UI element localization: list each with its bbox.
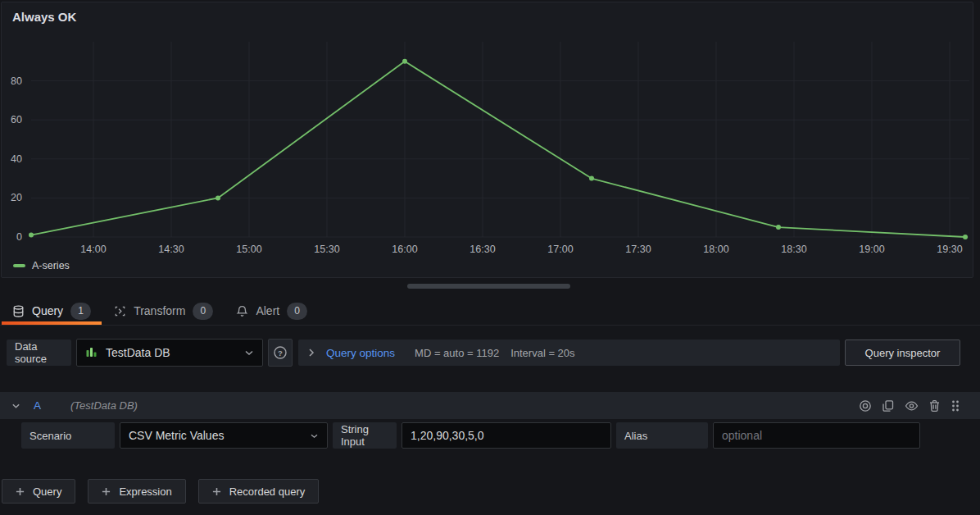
legend-swatch [13, 264, 25, 267]
svg-text:17:30: 17:30 [625, 244, 651, 255]
duplicate-query-icon[interactable] [882, 399, 895, 412]
editor-footer: Query Expression Recorded query [2, 479, 319, 504]
bell-icon [236, 305, 248, 317]
plus-icon [212, 487, 221, 496]
hide-query-eye-icon[interactable] [905, 399, 919, 412]
tab-transform-badge: 0 [193, 303, 213, 320]
transform-icon [114, 305, 126, 317]
svg-text:14:30: 14:30 [158, 244, 184, 255]
testdata-datasource-icon [85, 346, 98, 359]
add-expression-button[interactable]: Expression [88, 479, 185, 504]
editor-tabbar: Query 1 Transform 0 Alert 0 [0, 297, 980, 326]
database-icon [12, 305, 25, 317]
svg-text:40: 40 [11, 153, 22, 165]
collapse-chevron-down-icon[interactable] [11, 403, 20, 409]
add-query-label: Query [33, 485, 61, 498]
query-inspector-button[interactable]: Query inspector [845, 340, 960, 366]
query-options-label: Query options [326, 347, 395, 359]
legend-series-label[interactable]: A-series [32, 260, 70, 271]
query-row-actions [859, 399, 960, 412]
query-datasource-hint: (TestData DB) [70, 399, 138, 412]
drag-handle-icon[interactable] [951, 399, 960, 412]
panel-title[interactable]: Always OK [12, 10, 76, 24]
svg-text:16:00: 16:00 [392, 244, 417, 255]
add-recorded-query-label: Recorded query [229, 485, 306, 498]
timeseries-chart: 02040608014:0014:3015:0015:3016:0016:301… [2, 2, 974, 279]
svg-text:19:30: 19:30 [937, 244, 962, 255]
svg-text:80: 80 [11, 75, 22, 87]
svg-text:15:30: 15:30 [314, 244, 339, 255]
plus-icon [16, 487, 25, 496]
tab-query-label: Query [32, 304, 63, 317]
query-options-toggle[interactable]: Query options MD = auto = 1192 Interval … [298, 340, 840, 366]
scenario-label: Scenario [21, 422, 115, 449]
datasource-picker-value: TestData DB [106, 346, 170, 359]
chevron-right-icon [308, 348, 315, 358]
svg-text:18:30: 18:30 [781, 244, 806, 255]
tab-alert-label: Alert [256, 304, 279, 317]
string-input[interactable] [411, 429, 602, 442]
plus-icon [102, 487, 111, 496]
alias-input[interactable] [722, 429, 911, 442]
panel-resize-handle[interactable] [407, 284, 570, 289]
alias-field [713, 422, 920, 449]
query-editor-row: Scenario CSV Metric Values String Input … [0, 422, 980, 449]
svg-text:16:30: 16:30 [470, 244, 495, 255]
datasource-picker[interactable]: TestData DB [76, 339, 263, 367]
tab-alert-badge: 0 [287, 303, 307, 320]
string-input-field [402, 422, 611, 449]
svg-text:0: 0 [16, 231, 22, 243]
svg-text:15:00: 15:00 [236, 244, 261, 255]
svg-text:19:00: 19:00 [859, 244, 884, 255]
add-recorded-query-button[interactable]: Recorded query [198, 479, 320, 504]
tab-query-badge: 1 [70, 303, 91, 320]
panel-always-ok: 02040608014:0014:3015:0015:3016:0016:301… [1, 2, 973, 278]
chevron-down-icon [244, 349, 254, 356]
tab-transform[interactable]: Transform 0 [102, 297, 225, 325]
scenario-select-value: CSV Metric Values [129, 429, 224, 442]
svg-text:60: 60 [11, 114, 22, 125]
datasource-help-button[interactable]: ? [268, 339, 293, 367]
query-options-md: MD = auto = 1192 [415, 347, 499, 359]
svg-text:20: 20 [11, 192, 22, 203]
datasource-label: Data source [7, 340, 71, 366]
svg-text:17:00: 17:00 [547, 244, 573, 255]
legend: A-series [13, 260, 70, 271]
datasource-row: Data source TestData DB ? [0, 339, 980, 367]
delete-query-trash-icon[interactable] [928, 399, 941, 412]
string-input-label: String Input [333, 422, 397, 449]
add-query-button[interactable]: Query [2, 479, 75, 504]
alias-label: Alias [616, 422, 708, 449]
tab-alert[interactable]: Alert 0 [225, 297, 319, 325]
tab-transform-label: Transform [134, 304, 185, 317]
question-circle-icon: ? [273, 345, 288, 360]
add-expression-label: Expression [119, 485, 171, 498]
svg-text:18:00: 18:00 [703, 244, 728, 255]
scenario-select[interactable]: CSV Metric Values [120, 422, 328, 449]
svg-text:14:00: 14:00 [80, 244, 106, 255]
query-options-interval: Interval = 20s [510, 347, 574, 359]
svg-text:?: ? [278, 349, 283, 358]
chevron-down-icon [310, 433, 319, 439]
record-icon[interactable] [859, 399, 872, 412]
query-row-header[interactable]: A (TestData DB) [0, 392, 980, 419]
tab-query[interactable]: Query 1 [1, 297, 102, 325]
query-ref-id[interactable]: A [34, 399, 41, 412]
